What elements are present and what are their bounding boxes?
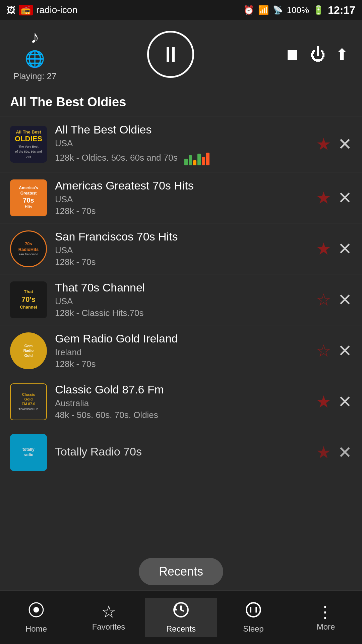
station-actions: ★ ✕	[316, 239, 352, 259]
pause-icon: ⏸	[160, 42, 181, 67]
station-name: Gem Radio Gold Ireland	[55, 332, 316, 345]
station-name: Classic Gold 87.6 Fm	[55, 383, 316, 396]
nav-item-home[interactable]: Home	[0, 598, 72, 637]
bottom-navigation: Home ☆ Favorites Recents Sleep ⋮ More	[0, 590, 362, 644]
favorite-button[interactable]: ★	[316, 443, 331, 462]
station-bitrate: 128k - 70s	[55, 206, 316, 216]
photo-icon: 🖼	[7, 5, 15, 15]
favorite-button[interactable]: ★	[316, 188, 331, 208]
station-item[interactable]: That70'sChannel That 70s Channel USA 128…	[0, 274, 362, 325]
nav-label-sleep: Sleep	[243, 624, 263, 634]
favorite-button[interactable]: ★	[316, 392, 331, 412]
remove-button[interactable]: ✕	[338, 135, 352, 154]
station-list: All The BestOLDIES The Very Bestof the 5…	[0, 116, 362, 478]
station-info: Gem Radio Gold Ireland Ireland 128k - 70…	[55, 332, 316, 369]
more-dots-icon: ⋮	[317, 603, 335, 620]
station-bitrate: 128k - Classic Hits.70s	[55, 308, 316, 318]
station-info: All The Best Oldies USA 128k - Oldies. 5…	[55, 123, 316, 165]
station-info: Totally Radio 70s	[55, 445, 316, 460]
nav-label-recents: Recents	[166, 624, 196, 634]
station-name: That 70s Channel	[55, 281, 316, 294]
remove-button[interactable]: ✕	[338, 188, 352, 208]
nav-label-home: Home	[25, 624, 47, 634]
favorite-button[interactable]: ☆	[316, 290, 331, 310]
station-actions: ★ ✕	[316, 443, 352, 462]
station-logo: America'sGreatest70sHits	[10, 179, 47, 216]
remove-button[interactable]: ✕	[338, 290, 352, 310]
station-item[interactable]: ClassicGoldFM 87.6TOWNSVILLE Classic Gol…	[0, 376, 362, 427]
station-logo: That70'sChannel	[10, 281, 47, 318]
station-bitrate: 48k - 50s. 60s. 70s. Oldies	[55, 410, 316, 420]
music-icon[interactable]: ♪	[31, 27, 39, 47]
signal-icon: 📡	[273, 5, 283, 15]
svg-point-1	[34, 607, 39, 612]
globe-icon[interactable]: 🌐	[25, 50, 45, 68]
station-actions: ★ ✕	[316, 188, 352, 208]
station-actions: ☆ ✕	[316, 341, 352, 361]
stop-icon[interactable]: ⏹	[285, 45, 300, 63]
notification-count: radio-icon	[36, 5, 77, 15]
station-item[interactable]: totallyradio Totally Radio 70s ★ ✕	[0, 427, 362, 478]
station-country: USA	[55, 296, 316, 307]
station-name: San Franciscos 70s Hits	[55, 230, 316, 243]
recents-icon	[173, 601, 189, 622]
remove-button[interactable]: ✕	[338, 443, 352, 462]
svg-point-3	[246, 603, 260, 617]
status-left: 🖼 📻 radio-icon	[7, 5, 77, 15]
alarm-icon: ⏰	[243, 5, 254, 15]
radio-app-icon: 📻	[19, 5, 33, 15]
station-country: USA	[55, 245, 316, 256]
station-country: Australia	[55, 398, 316, 409]
favorite-button[interactable]: ★	[316, 239, 331, 259]
page-title: All The Best Oldies	[10, 95, 352, 109]
player-right-controls: ⏹ ⏻ ⬆	[285, 45, 349, 63]
clock-time: 12:17	[328, 4, 355, 16]
station-name: Totally Radio 70s	[55, 445, 316, 458]
station-country: USA	[55, 138, 316, 149]
station-actions: ★ ✕	[316, 392, 352, 412]
status-right: ⏰ 📶 📡 100% 🔋 12:17	[243, 4, 355, 16]
station-bitrate: 128k - 70s	[55, 359, 316, 369]
remove-button[interactable]: ✕	[338, 341, 352, 361]
player-header: ♪ 🌐 Playing: 27 ⏸ ⏹ ⏻ ⬆	[0, 20, 362, 92]
station-actions: ★ ✕	[316, 135, 352, 154]
station-item[interactable]: 70sRadioHitssan francisco San Franciscos…	[0, 223, 362, 274]
share-icon[interactable]: ⬆	[336, 45, 349, 63]
nav-item-sleep[interactable]: Sleep	[217, 598, 290, 637]
station-logo: totallyradio	[10, 434, 47, 471]
status-bar: 🖼 📻 radio-icon ⏰ 📶 📡 100% 🔋 12:17	[0, 0, 362, 20]
wifi-icon: 📶	[258, 5, 269, 15]
home-icon	[28, 601, 45, 622]
pause-button[interactable]: ⏸	[147, 31, 194, 78]
station-info: Classic Gold 87.6 Fm Australia 48k - 50s…	[55, 383, 316, 420]
section-title-container: All The Best Oldies	[0, 92, 362, 116]
battery-percent: 100%	[287, 5, 309, 15]
playing-text: Playing: 27	[13, 71, 57, 82]
station-logo: ClassicGoldFM 87.6TOWNSVILLE	[10, 383, 47, 420]
station-info: That 70s Channel USA 128k - Classic Hits…	[55, 281, 316, 318]
station-item[interactable]: All The BestOLDIES The Very Bestof the 5…	[0, 116, 362, 172]
sleep-icon	[245, 601, 262, 622]
station-bitrate: 128k - Oldies. 50s. 60s and 70s	[55, 153, 178, 163]
nav-label-more: More	[317, 622, 335, 632]
power-icon[interactable]: ⏻	[310, 45, 325, 63]
favorites-star-icon: ☆	[101, 603, 116, 620]
station-name: All The Best Oldies	[55, 123, 316, 136]
station-item[interactable]: GemRadioGold Gem Radio Gold Ireland Irel…	[0, 325, 362, 376]
nav-item-recents[interactable]: Recents	[145, 598, 217, 637]
favorite-button[interactable]: ☆	[316, 341, 331, 361]
player-center: ⏸	[147, 31, 194, 78]
remove-button[interactable]: ✕	[338, 392, 352, 412]
remove-button[interactable]: ✕	[338, 239, 352, 259]
station-logo: All The BestOLDIES The Very Bestof the 5…	[10, 126, 47, 163]
nav-item-more[interactable]: ⋮ More	[290, 600, 362, 635]
station-logo: GemRadioGold	[10, 332, 47, 369]
station-actions: ☆ ✕	[316, 290, 352, 310]
station-item[interactable]: America'sGreatest70sHits Americas Greate…	[0, 172, 362, 223]
equalizer-bars	[184, 152, 209, 165]
recents-tooltip: Recents	[139, 558, 223, 585]
station-country: USA	[55, 194, 316, 205]
nav-item-favorites[interactable]: ☆ Favorites	[72, 600, 145, 635]
favorite-button[interactable]: ★	[316, 135, 331, 154]
station-logo: 70sRadioHitssan francisco	[10, 230, 47, 267]
